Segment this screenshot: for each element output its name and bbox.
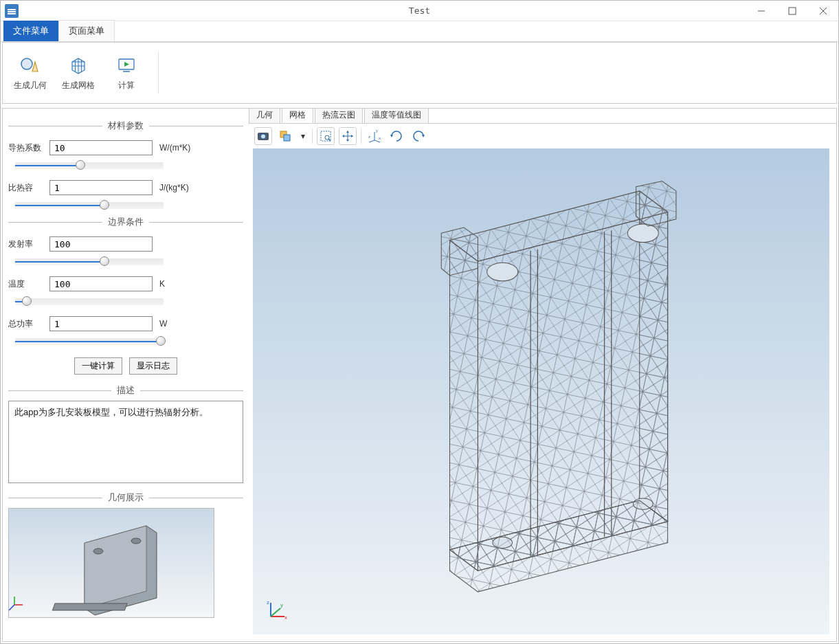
pan-all-icon[interactable] — [339, 127, 357, 145]
vtab-isotherms[interactable]: 温度等值线图 — [364, 108, 429, 123]
geometry-preview[interactable] — [8, 508, 214, 618]
svg-point-21 — [131, 538, 141, 544]
compute-label: 计算 — [118, 80, 135, 91]
svg-text:x: x — [284, 614, 287, 621]
camera-icon[interactable] — [254, 127, 272, 145]
section-boundary: 边界条件 — [8, 216, 243, 228]
compute-button[interactable]: 计算 — [106, 45, 147, 100]
maximize-button[interactable] — [776, 1, 807, 21]
svg-marker-44 — [449, 241, 478, 571]
emissivity-input[interactable] — [49, 236, 153, 252]
vtab-geometry[interactable]: 几何 — [249, 108, 280, 123]
specific-heat-input[interactable] — [49, 180, 153, 195]
mesh-plate-rendering — [253, 148, 829, 634]
emissivity-label: 发射率 — [8, 238, 47, 250]
svg-marker-41 — [390, 135, 393, 137]
zoom-box-icon[interactable] — [317, 127, 335, 145]
param-temperature: 温度 K — [8, 276, 243, 308]
section-material: 材料参数 — [8, 120, 243, 132]
param-emissivity: 发射率 — [8, 236, 243, 268]
svg-point-20 — [93, 548, 103, 554]
specific-heat-label: 比热容 — [8, 182, 47, 194]
temperature-input[interactable] — [49, 276, 153, 291]
svg-rect-1 — [8, 11, 16, 12]
vtab-mesh[interactable]: 网格 — [282, 108, 313, 123]
box-select-icon[interactable] — [276, 127, 294, 145]
svg-point-49 — [627, 224, 658, 243]
generate-mesh-button[interactable]: 生成网格 — [58, 45, 99, 100]
svg-line-36 — [369, 140, 374, 142]
sidebar: 材料参数 导热系数 W/(m*K) 比热容 J/(kg*K) 边界条件 发射率 — [3, 109, 249, 641]
generate-mesh-label: 生成网格 — [62, 80, 95, 91]
svg-line-61 — [271, 608, 280, 617]
specific-heat-unit: J/(kg*K) — [155, 183, 205, 192]
temperature-label: 温度 — [8, 278, 47, 290]
total-power-unit: W — [155, 319, 205, 329]
svg-point-27 — [261, 134, 266, 139]
ribbon-tabs: 文件菜单 页面菜单 — [1, 21, 838, 42]
show-log-button[interactable]: 显示日志 — [129, 357, 177, 375]
vtab-heatflux[interactable]: 热流云图 — [315, 108, 363, 123]
svg-line-25 — [9, 605, 14, 610]
svg-marker-42 — [422, 135, 425, 137]
viewport-toolbar: ▾ zyx — [249, 124, 836, 148]
thermal-conductivity-input[interactable] — [49, 140, 153, 155]
svg-marker-57 — [441, 227, 478, 276]
axes-xyz-icon[interactable]: zyx — [366, 127, 383, 145]
temperature-slider[interactable] — [15, 298, 164, 305]
total-power-label: 总功率 — [8, 318, 47, 330]
close-button[interactable] — [807, 1, 838, 21]
svg-text:x: x — [379, 136, 381, 140]
app-icon — [5, 4, 19, 18]
svg-text:z: z — [267, 599, 269, 606]
svg-marker-8 — [32, 62, 38, 71]
mesh-cube-icon — [68, 55, 89, 76]
titlebar: Test — [1, 1, 838, 21]
svg-rect-29 — [284, 135, 290, 141]
rotate-ccw-icon[interactable] — [410, 127, 427, 145]
main-area: 材料参数 导热系数 W/(m*K) 比热容 J/(kg*K) 边界条件 发射率 — [2, 108, 837, 642]
generate-geometry-button[interactable]: 生成几何 — [10, 45, 51, 100]
description-text: 此app为多孔安装板模型，可以进行热辐射分析。 — [8, 401, 243, 483]
total-power-slider[interactable] — [15, 338, 164, 345]
svg-rect-4 — [789, 8, 796, 14]
param-thermal-conductivity: 导热系数 W/(m*K) — [8, 140, 243, 172]
generate-geometry-label: 生成几何 — [14, 80, 47, 91]
param-specific-heat: 比热容 J/(kg*K) — [8, 180, 243, 212]
thermal-conductivity-slider[interactable] — [15, 162, 164, 169]
viewport-canvas[interactable]: x z y — [253, 148, 829, 634]
svg-marker-58 — [636, 181, 676, 226]
tab-file-menu[interactable]: 文件菜单 — [3, 21, 58, 41]
specific-heat-slider[interactable] — [15, 202, 164, 209]
thermal-conductivity-label: 导热系数 — [8, 142, 47, 154]
svg-rect-0 — [8, 9, 16, 10]
tab-page-menu[interactable]: 页面菜单 — [58, 20, 115, 41]
preview-plate-icon — [9, 509, 215, 619]
svg-rect-22 — [52, 603, 127, 610]
compute-monitor-icon — [116, 55, 137, 76]
viewport-panel: 几何 网格 热流云图 温度等值线图 ▾ zyx — [249, 109, 836, 641]
svg-line-37 — [374, 140, 380, 142]
minimize-button[interactable] — [746, 1, 776, 21]
svg-text:y: y — [376, 129, 378, 133]
svg-point-7 — [21, 58, 32, 69]
sphere-cone-icon — [20, 55, 41, 76]
emissivity-slider[interactable] — [15, 258, 164, 265]
axis-triad-icon: x z y — [265, 597, 290, 622]
svg-point-48 — [487, 263, 518, 281]
window-title: Test — [409, 5, 430, 16]
rotate-cw-icon[interactable] — [388, 127, 405, 145]
param-total-power: 总功率 W — [8, 316, 243, 348]
dropdown-icon[interactable]: ▾ — [298, 127, 308, 145]
svg-rect-2 — [8, 13, 16, 14]
temperature-unit: K — [155, 279, 205, 289]
section-description: 描述 — [8, 384, 243, 397]
one-click-compute-button[interactable]: 一键计算 — [74, 357, 122, 375]
ribbon-toolbar: 生成几何 生成网格 计算 — [2, 42, 837, 104]
viewport-tabs: 几何 网格 热流云图 温度等值线图 — [249, 109, 836, 124]
total-power-input[interactable] — [49, 316, 153, 331]
section-preview: 几何展示 — [8, 491, 243, 504]
thermal-conductivity-unit: W/(m*K) — [155, 143, 205, 153]
ribbon-separator — [158, 52, 159, 93]
svg-text:z: z — [368, 135, 370, 139]
